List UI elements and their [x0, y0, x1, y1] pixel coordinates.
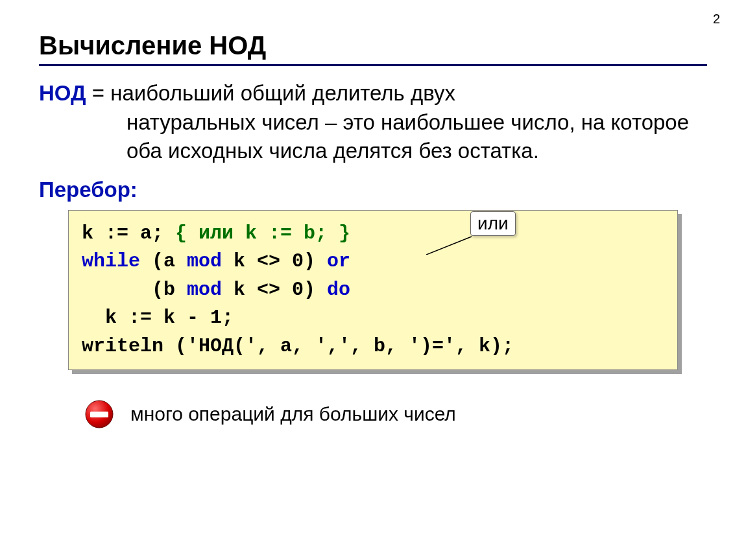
slide-title: Вычисление НОД: [39, 31, 707, 66]
page-number: 2: [713, 12, 720, 27]
slide: Вычисление НОД НОД = наибольший общий де…: [0, 0, 746, 429]
section-label: Перебор:: [39, 178, 707, 202]
code-kw-mod2: mod: [187, 279, 222, 301]
code-l3a: (b: [82, 279, 187, 301]
definition-block: НОД = наибольший общий делитель двух нат…: [39, 79, 707, 166]
definition-line1: = наибольший общий делитель двух: [86, 81, 455, 105]
code-l2b: (a: [140, 250, 187, 272]
code-l2d: k <> 0): [222, 250, 327, 272]
note-row: много операций для больших чисел: [84, 399, 707, 429]
code-l1a: k := a;: [82, 222, 175, 244]
code-kw-or: or: [327, 250, 350, 272]
code-content: k := a; { или k := b; } while (a mod k <…: [68, 210, 678, 371]
definition-continuation: натуральных чисел – это наибольшее число…: [39, 108, 707, 166]
code-kw-mod1: mod: [187, 250, 222, 272]
note-text: много операций для больших чисел: [130, 403, 456, 425]
code-l4: k := k - 1;: [82, 307, 234, 329]
callout-bubble: или: [470, 211, 516, 236]
definition-term: НОД: [39, 81, 86, 105]
code-kw-do: do: [327, 279, 350, 301]
code-l3c: k <> 0): [222, 279, 327, 301]
code-kw-while: while: [82, 250, 140, 272]
code-l5: writeln ('НОД(', a, ',', b, ')=', k);: [82, 335, 514, 357]
code-l1-comment: { или k := b; }: [175, 222, 350, 244]
svg-rect-2: [90, 412, 108, 417]
no-entry-icon: [84, 399, 114, 429]
code-block: k := a; { или k := b; } while (a mod k <…: [68, 210, 678, 371]
